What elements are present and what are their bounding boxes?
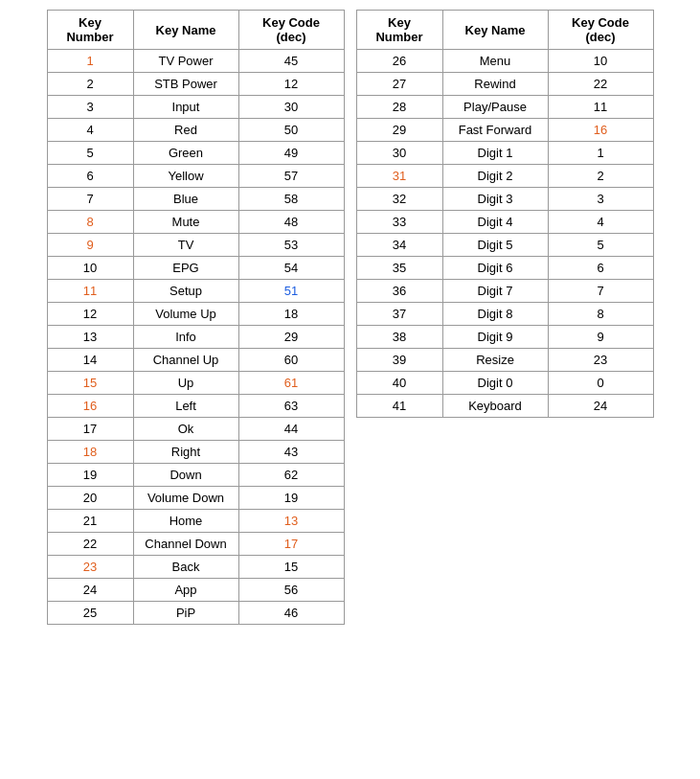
key-name: Digit 8 — [442, 303, 548, 326]
key-number: 10 — [47, 257, 133, 280]
table-row: 6Yellow57 — [47, 165, 344, 188]
table-row: 32Digit 33 — [356, 188, 653, 211]
key-number: 27 — [356, 73, 442, 96]
key-name: EPG — [133, 257, 238, 280]
key-table-2: Key Number Key Name Key Code (dec) 26Men… — [356, 10, 654, 418]
table-row: 4Red50 — [47, 119, 344, 142]
table-row: 11Setup51 — [47, 280, 344, 303]
table-row: 34Digit 55 — [356, 234, 653, 257]
table-row: 18Right43 — [47, 441, 344, 464]
key-name: Setup — [133, 280, 238, 303]
key-code: 6 — [548, 257, 653, 280]
key-code: 7 — [548, 280, 653, 303]
key-name: Volume Up — [133, 303, 238, 326]
table-row: 36Digit 77 — [356, 280, 653, 303]
key-number: 37 — [356, 303, 442, 326]
key-name: Ok — [133, 418, 238, 441]
key-name: Digit 5 — [442, 234, 548, 257]
key-number: 28 — [356, 96, 442, 119]
key-number: 30 — [356, 142, 442, 165]
key-number: 3 — [47, 96, 133, 119]
key-name: Digit 4 — [442, 211, 548, 234]
table-row: 37Digit 88 — [356, 303, 653, 326]
key-name: App — [133, 579, 238, 602]
key-code: 11 — [548, 96, 653, 119]
key-name: Digit 1 — [442, 142, 548, 165]
key-code: 45 — [238, 50, 344, 73]
key-name: Channel Up — [133, 349, 238, 372]
key-number: 39 — [356, 349, 442, 372]
key-name: Mute — [133, 211, 238, 234]
key-code: 1 — [548, 142, 653, 165]
key-code: 3 — [548, 188, 653, 211]
key-code: 48 — [238, 211, 344, 234]
table-row: 5Green49 — [47, 142, 344, 165]
key-code: 49 — [238, 142, 344, 165]
table1-header-code: Key Code (dec) — [238, 11, 344, 50]
key-code: 23 — [548, 349, 653, 372]
key-name: Resize — [442, 349, 548, 372]
table-row: 17Ok44 — [47, 418, 344, 441]
key-code: 29 — [238, 326, 344, 349]
key-code: 44 — [238, 418, 344, 441]
table1-header-name: Key Name — [133, 11, 238, 50]
key-number: 14 — [47, 349, 133, 372]
key-code: 54 — [238, 257, 344, 280]
key-number: 40 — [356, 372, 442, 395]
table-row: 39Resize23 — [356, 349, 653, 372]
table-row: 13Info29 — [47, 326, 344, 349]
table-row: 28Play/Pause11 — [356, 96, 653, 119]
key-name: Digit 2 — [442, 165, 548, 188]
tables-container: Key Number Key Name Key Code (dec) 1TV P… — [47, 10, 654, 625]
key-number: 13 — [47, 326, 133, 349]
key-name: Channel Down — [133, 533, 238, 556]
key-number: 24 — [47, 579, 133, 602]
key-code: 9 — [548, 326, 653, 349]
key-name: Back — [133, 556, 238, 579]
table-row: 9TV53 — [47, 234, 344, 257]
key-name: Digit 7 — [442, 280, 548, 303]
key-name: Volume Down — [133, 487, 238, 510]
key-name: Home — [133, 510, 238, 533]
key-code: 10 — [548, 50, 653, 73]
key-name: Down — [133, 464, 238, 487]
key-name: Input — [133, 96, 238, 119]
table-row: 19Down62 — [47, 464, 344, 487]
key-name: Green — [133, 142, 238, 165]
key-number: 8 — [47, 211, 133, 234]
table-row: 3Input30 — [47, 96, 344, 119]
key-name: Info — [133, 326, 238, 349]
key-code: 5 — [548, 234, 653, 257]
key-number: 18 — [47, 441, 133, 464]
key-name: TV Power — [133, 50, 238, 73]
key-name: Digit 6 — [442, 257, 548, 280]
key-name: Rewind — [442, 73, 548, 96]
key-number: 36 — [356, 280, 442, 303]
key-code: 12 — [238, 73, 344, 96]
table-row: 8Mute48 — [47, 211, 344, 234]
key-code: 53 — [238, 234, 344, 257]
table-row: 26Menu10 — [356, 50, 653, 73]
key-number: 25 — [47, 602, 133, 625]
key-number: 29 — [356, 119, 442, 142]
key-code: 13 — [238, 510, 344, 533]
table-row: 21Home13 — [47, 510, 344, 533]
key-code: 2 — [548, 165, 653, 188]
key-name: Right — [133, 441, 238, 464]
key-number: 41 — [356, 395, 442, 418]
table-row: 25PiP46 — [47, 602, 344, 625]
key-code: 22 — [548, 73, 653, 96]
key-number: 33 — [356, 211, 442, 234]
table-row: 10EPG54 — [47, 257, 344, 280]
key-code: 62 — [238, 464, 344, 487]
key-name: Digit 0 — [442, 372, 548, 395]
key-number: 12 — [47, 303, 133, 326]
key-number: 9 — [47, 234, 133, 257]
table1-header-number: Key Number — [47, 11, 133, 50]
key-code: 8 — [548, 303, 653, 326]
key-name: Play/Pause — [442, 96, 548, 119]
table-row: 40Digit 00 — [356, 372, 653, 395]
key-number: 5 — [47, 142, 133, 165]
key-number: 6 — [47, 165, 133, 188]
table-row: 30Digit 11 — [356, 142, 653, 165]
